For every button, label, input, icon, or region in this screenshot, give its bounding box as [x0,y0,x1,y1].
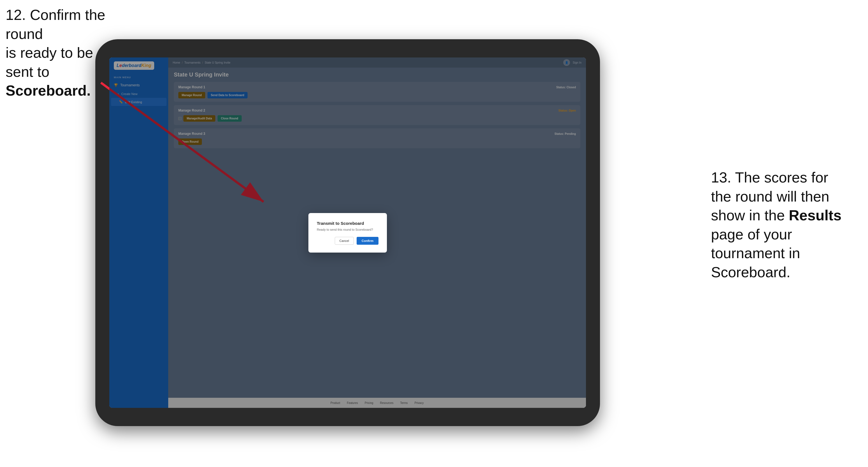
tablet-screen: LederboardKing MAIN MENU 🏆 Tournaments +… [109,58,586,408]
tablet-frame: LederboardKing MAIN MENU 🏆 Tournaments +… [95,39,600,426]
annotation-step13-text2: page of your tournament in Scoreboard. [711,226,800,280]
modal-confirm-button[interactable]: Confirm [356,237,378,245]
annotation-step12: 12. Confirm the round is ready to be sen… [6,6,123,100]
annotation-step13-bold: Results [789,207,842,223]
modal-buttons: Cancel Confirm [317,237,378,245]
modal-subtitle: Ready to send this round to Scoreboard? [317,228,378,231]
modal-title: Transmit to Scoreboard [317,221,378,226]
main-content: Home / Tournaments / State U Spring Invi… [168,58,586,408]
modal-cancel-button[interactable]: Cancel [335,237,354,245]
annotation-step13: 13. The scores for the round will then s… [711,168,851,282]
transmit-modal: Transmit to Scoreboard Ready to send thi… [308,213,387,253]
modal-overlay: Transmit to Scoreboard Ready to send thi… [168,58,586,408]
